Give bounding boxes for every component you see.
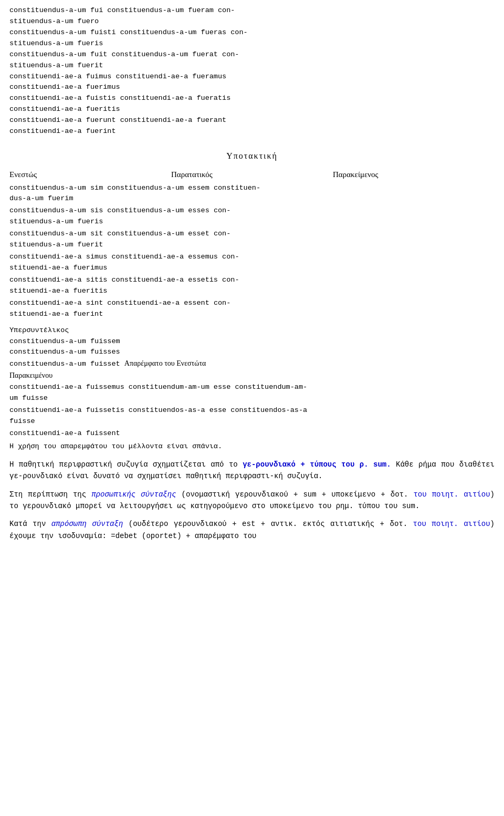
hyp-r5-c1: constituendi-ae-a sitis <box>9 276 111 284</box>
hypersyntelikos-label: Υπερσυντέλικος <box>9 326 69 334</box>
row-1b: stituendus-a-um fuero <box>9 17 99 25</box>
hyp-r2-c1: constituendus-a-um sis <box>9 206 107 214</box>
hypers-row-fuissemus: constituendi-ae-a fuissemus constituendu… <box>9 382 495 404</box>
p3-text-1: Κατά την <box>9 520 51 528</box>
p3-blue-span: του ποιητ. αιτίου <box>413 520 490 528</box>
hypers-r4-c3: constituendum-am- <box>235 383 307 391</box>
aparemfato-label: Απαρέμφατο <box>124 359 163 367</box>
hyp-r2-c3: stituendus-a-um fueris <box>9 218 103 225</box>
hyp-row-2: constituendus-a-um sis constituendus-a-u… <box>9 205 495 228</box>
hyp-r1-sep: constituen- <box>209 184 260 192</box>
hyp-row-6: constituendi-ae-a sint constituendi-ae-a… <box>9 298 495 320</box>
p3-text-2: (ουδέτερο γερουνδιακού + est + αντικ. εκ… <box>123 520 413 528</box>
enestota-label: Ενεστώτα <box>175 359 206 367</box>
hyp-r6-sep: con- <box>209 299 231 307</box>
hypers-r1: constituendus-a-um fuissem <box>9 337 120 345</box>
hyp-r5-c3: stituendi-ae-a fueritis <box>9 287 107 295</box>
hypers-r5-c3: constituendos-as-a <box>230 406 307 414</box>
hyp-r5-c2: constituendi-ae-a essetis <box>111 276 218 284</box>
hyp-r4-sep: con- <box>218 253 239 261</box>
row-3b: stituendus-a-um fuerit <box>9 61 103 69</box>
hypers-r5-c1: constituendi-ae-a fuissetis <box>9 406 129 414</box>
hypers-row-fuissent: constituendi-ae-a fuissent <box>9 428 495 439</box>
p2-text-1: Στη περίπτωση της <box>9 490 91 499</box>
hyp-r1-c3: dus-a-um fuerim <box>9 194 74 202</box>
hyp-row-5: constituendi-ae-a sitis constituendi-ae-… <box>9 275 495 297</box>
p2-italic-blue: προσωπικής σύνταξης <box>91 490 176 499</box>
row-2b: stituendus-a-um fueris <box>9 39 103 47</box>
p2-text-2: (ονομαστική γερουνδιακού + sum + υποκείμ… <box>176 490 414 499</box>
hyp-r4-c3: stituendi-ae-a fuerimus <box>9 264 107 272</box>
hypotaktiki-heading: Υποτακτική <box>9 150 495 162</box>
hypers-r4-c2: constituendum-am-um esse <box>129 383 230 391</box>
hyp-row-4: constituendi-ae-a simus constituendi-ae-… <box>9 252 495 274</box>
hypers-r3: constituendus-a-um fuisset <box>9 360 124 368</box>
hyp-r3-sep: con- <box>209 230 231 237</box>
paragraph-2: Στη περίπτωση της προσωπικής σύνταξης (ο… <box>9 489 495 512</box>
hyp-r4-c2: constituendi-ae-a essemus <box>111 253 218 261</box>
hyp-r2-sep: con- <box>209 206 231 214</box>
hypers-row-fuissetis: constituendi-ae-a fuissetis constituendo… <box>9 405 495 427</box>
p1-text-1: Η παθητική περιφραστική συζυγία σχηματίζ… <box>9 460 243 469</box>
hyp-r5-sep: con- <box>218 276 239 284</box>
row-2: constituendus-a-um fuisti constituendus-… <box>9 28 248 36</box>
p3-to-label: του <box>243 532 256 540</box>
p3-italic-blue: απρόσωπη σύνταξη <box>51 520 123 528</box>
hyp-r6-c3: stituendi-ae-a fuerint <box>9 310 103 318</box>
row-3: constituendus-a-um fuit constituendus-a-… <box>9 50 239 58</box>
hyp-r4-c1: constituendi-ae-a simus <box>9 253 111 261</box>
hypers-r2: constituendus-a-um fuisses <box>9 348 120 356</box>
paragraph-3: Κατά την απρόσωπη σύνταξη (ουδέτερο γερο… <box>9 518 495 542</box>
col1-label: Ενεστώς <box>9 169 171 181</box>
mellonta-note: Η χρήση του απαρεμφάτου του μέλλοντα είν… <box>9 441 495 452</box>
col2-label: Παρατατικός <box>171 169 333 181</box>
row-4: constituendi-ae-a fuimus constituendi-ae… <box>9 73 226 80</box>
row-5b: constituendi-ae-a fueritis <box>9 105 120 113</box>
hypers-r5-c3b: fuisse <box>9 417 35 425</box>
paragraph-1: Η παθητική περιφραστική συζυγία σχηματίζ… <box>9 459 495 482</box>
row-4b: constituendi-ae-a fuerimus <box>9 83 120 91</box>
row-1: constituendus-a-um fui constituendus-a-u… <box>9 6 235 14</box>
hyp-row-1: constituendus-a-um sim constituendus-a-u… <box>9 183 495 205</box>
tou-label: του <box>163 359 175 367</box>
hyp-r3-c2: constituendus-a-um esset <box>107 230 209 237</box>
mellonta-note-text: Η χρήση του απαρεμφάτου του μέλλοντα είν… <box>9 442 222 450</box>
hyp-r3-c3: stituendus-a-um fuerit <box>9 241 103 249</box>
hypers-r4-c1: constituendi-ae-a fuissemus <box>9 383 129 391</box>
hyp-r6-c2: constituendi-ae-a essent <box>107 299 209 307</box>
parakelimenou-label: Παρακειμένου <box>9 371 52 379</box>
row-6: constituendi-ae-a fuerunt constituendi-a… <box>9 116 226 124</box>
hyp-row-3: constituendus-a-um sit constituendus-a-u… <box>9 229 495 251</box>
col3-label: Παρακείμενος <box>333 169 495 181</box>
hyp-r2-c2: constituendus-a-um esses <box>107 206 209 214</box>
hyp-r6-c1: constituendi-ae-a sint <box>9 299 107 307</box>
hyp-r1-c1: constituendus-a-um sim <box>9 184 107 192</box>
hypotaktiki-title: Υποτακτική <box>226 151 278 160</box>
row-6b: constituendi-ae-a fuerint <box>9 127 116 135</box>
hypotaktiki-col-headers: Ενεστώς Παρατατικός Παρακείμενος <box>9 169 495 181</box>
hyp-r3-c1: constituendus-a-um sit <box>9 230 107 237</box>
p1-bold-blue: γε-ρουνδιακό + τύπους του ρ. sum. <box>243 460 391 469</box>
hypers-r6: constituendi-ae-a fuissent <box>9 429 120 437</box>
hypersyntelikos-section: Υπερσυντέλικος constituendus-a-um fuisse… <box>9 325 495 383</box>
hyp-r1-c2: constituendus-a-um essem <box>107 184 209 192</box>
p2-blue-span: του ποιητ. αιτίου <box>413 490 490 499</box>
top-verb-table: constituendus-a-um fui constituendus-a-u… <box>9 5 495 137</box>
row-5: constituendi-ae-a fuistis constituendi-a… <box>9 94 230 102</box>
hypers-r5-c2: constituendos-as-a esse <box>129 406 226 414</box>
hypers-r4-c3b: um fuisse <box>9 394 48 402</box>
